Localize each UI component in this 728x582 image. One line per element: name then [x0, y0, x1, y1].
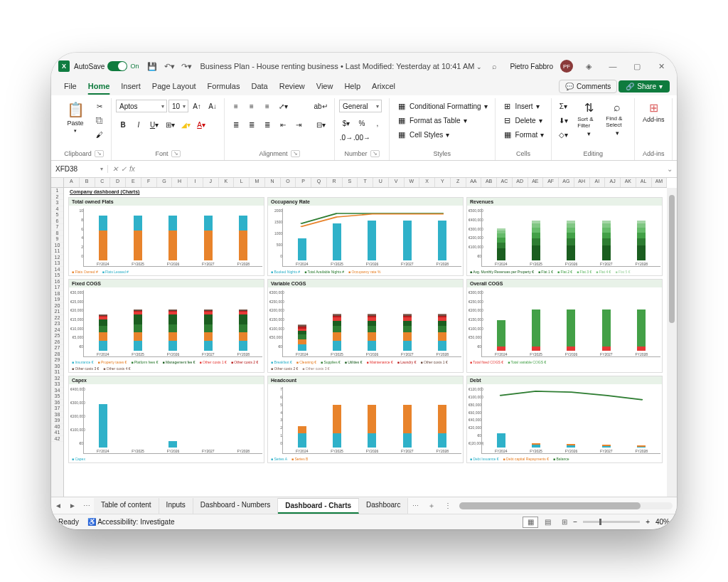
search-icon[interactable]: ⌕ [486, 59, 503, 73]
alignment-launcher[interactable]: ↘ [291, 150, 300, 157]
scrollbar-thumb[interactable] [669, 195, 675, 323]
ribbon-tab-page-layout[interactable]: Page Layout [146, 79, 202, 93]
align-center-icon[interactable]: ≣ [245, 118, 259, 131]
formula-input[interactable] [139, 165, 663, 173]
sheet-tab-dashboard-numbers[interactable]: Dashboard - Numbers [193, 498, 278, 514]
cut-icon[interactable]: ✂ [92, 100, 107, 112]
underline-button[interactable]: U▾ [147, 118, 161, 131]
user-name[interactable]: Pietro Fabbro [510, 63, 553, 70]
chart-fixed-cogs[interactable]: Fixed COGS€30,000€25,000€20,000€15,000€1… [68, 279, 264, 373]
undo-icon[interactable]: ↶▾ [163, 60, 176, 73]
decrease-indent-icon[interactable]: ⇤ [276, 118, 290, 131]
font-launcher[interactable]: ↘ [171, 150, 181, 157]
fill-icon[interactable]: ⬇▾ [556, 114, 570, 127]
align-right-icon[interactable]: ≣ [260, 118, 274, 131]
sort-filter-button[interactable]: ⇅ Sort & Filter▾ [576, 100, 601, 139]
zoom-level[interactable]: 40% [655, 518, 670, 526]
format-as-table-button[interactable]: ▦Format as Table ▾ [394, 114, 491, 127]
name-box[interactable]: XFD38▾ [51, 165, 108, 173]
column-headers[interactable]: ABCDEFGHIJKLMNOPQRSTUVWXYZAAABACADAEAFAG… [64, 178, 667, 188]
zoom-out-icon[interactable]: − [573, 518, 577, 526]
comments-button[interactable]: 💬 Comments [559, 80, 617, 93]
expand-formula-bar-icon[interactable]: ⌄ [663, 165, 677, 173]
align-left-icon[interactable]: ≣ [229, 118, 243, 131]
delete-cells-button[interactable]: ⊟Delete ▾ [500, 114, 547, 127]
comma-icon[interactable]: , [370, 117, 385, 129]
sheet-tab-inputs[interactable]: Inputs [159, 498, 193, 514]
insert-cells-button[interactable]: ⊞Insert ▾ [500, 100, 547, 112]
decrease-decimal-icon[interactable]: .00→ [355, 131, 369, 144]
border-button[interactable]: ⊞▾ [163, 118, 177, 131]
toggle-icon[interactable] [107, 61, 127, 71]
ribbon-tab-insert[interactable]: Insert [115, 79, 146, 93]
wrap-text-icon[interactable]: ab↵ [311, 100, 330, 112]
close-icon[interactable]: ✕ [653, 59, 670, 73]
paste-button[interactable]: 📋 Paste▾ [61, 100, 90, 135]
ribbon-tab-help[interactable]: Help [338, 79, 366, 93]
chart-total-owned-flats[interactable]: Total owned Flats1086420FY2024FY2025FY20… [68, 197, 264, 276]
decrease-font-icon[interactable]: A↓ [205, 100, 220, 112]
sheet-tab-dashboarc[interactable]: Dashboarc [359, 498, 408, 514]
select-all-corner[interactable] [51, 178, 64, 188]
align-bottom-icon[interactable]: ≡ [260, 100, 274, 112]
ribbon-tab-review[interactable]: Review [274, 79, 311, 93]
format-painter-icon[interactable]: 🖌 [92, 128, 107, 141]
font-name-combo[interactable]: Aptos [116, 100, 167, 112]
find-select-button[interactable]: ⌕ Find & Select▾ [604, 100, 630, 138]
font-color-button[interactable]: A▾ [194, 118, 208, 131]
merge-center-icon[interactable]: ⊟▾ [311, 118, 330, 131]
align-middle-icon[interactable]: ≡ [245, 100, 259, 112]
maximize-icon[interactable]: ▢ [628, 59, 646, 73]
redo-icon[interactable]: ↷▾ [180, 60, 193, 73]
tab-nav-prev-icon[interactable]: ◄ [51, 502, 65, 509]
ribbon-tab-view[interactable]: View [311, 79, 339, 93]
h-scrollbar-thumb[interactable] [459, 502, 641, 509]
chart-headcount[interactable]: Headcount76543210FY2024FY2025FY2026FY202… [267, 376, 464, 463]
horizontal-scrollbar[interactable] [459, 502, 673, 509]
enter-formula-icon[interactable]: ✓ [121, 165, 127, 173]
chart-variable-cogs[interactable]: Variable COGS€300,000€250,000€200,000€15… [267, 279, 464, 373]
avatar[interactable]: PF [560, 60, 573, 73]
document-title[interactable]: Business Plan - House renting business •… [200, 62, 482, 70]
align-top-icon[interactable]: ≡ [229, 100, 243, 112]
clear-icon[interactable]: ◇▾ [556, 128, 570, 141]
ribbon-tab-home[interactable]: Home [82, 79, 116, 93]
tab-nav-next-icon[interactable]: ► [65, 502, 80, 509]
row-headers[interactable]: 1234567891011121314151617181920212223242… [51, 188, 64, 497]
page-break-view-icon[interactable]: ⊞ [557, 517, 572, 528]
diamond-icon[interactable]: ◈ [580, 59, 597, 73]
zoom-slider[interactable] [583, 521, 640, 523]
ribbon-tab-arixcel[interactable]: Arixcel [366, 79, 401, 93]
ribbon-tab-data[interactable]: Data [245, 79, 273, 93]
chart-capex[interactable]: Capex€400,000€300,000€200,000€100,000€0F… [68, 376, 264, 463]
orientation-icon[interactable]: ⤢▾ [276, 100, 290, 112]
fx-icon[interactable]: fx [129, 165, 135, 173]
format-cells-button[interactable]: ▦Format ▾ [500, 128, 547, 141]
new-sheet-button[interactable]: ＋ [422, 501, 441, 511]
tab-nav-more-icon[interactable]: ⋯ [80, 502, 94, 509]
number-launcher[interactable]: ↘ [370, 150, 380, 157]
increase-indent-icon[interactable]: ⇥ [291, 118, 306, 131]
fill-color-button[interactable]: ◢▾ [178, 118, 193, 131]
increase-decimal-icon[interactable]: .0→ [339, 131, 353, 144]
tab-split-icon[interactable]: ⋮ [441, 502, 455, 509]
worksheet-area[interactable]: ABCDEFGHIJKLMNOPQRSTUVWXYZAAABACADAEAFAG… [51, 178, 677, 497]
increase-font-icon[interactable]: A↑ [190, 100, 204, 112]
normal-view-icon[interactable]: ▦ [523, 517, 538, 528]
tab-overflow-icon[interactable]: ⋯ [408, 502, 422, 509]
font-size-combo[interactable]: 10 [168, 100, 188, 112]
copy-icon[interactable]: ⿻ [92, 114, 107, 127]
minimize-icon[interactable]: — [604, 59, 621, 73]
zoom-in-icon[interactable]: + [646, 518, 650, 526]
chart-occupancy-rate[interactable]: Occupancy Rate2000150010005000FY2024FY20… [267, 197, 464, 276]
autosave-toggle[interactable]: AutoSave On [74, 61, 139, 71]
number-format-combo[interactable]: General [339, 100, 382, 112]
sheet-tab-dashboard-charts[interactable]: Dashboard - Charts [278, 498, 359, 514]
percent-icon[interactable]: % [355, 117, 369, 129]
cell-styles-button[interactable]: ▦Cell Styles ▾ [394, 128, 491, 141]
page-layout-view-icon[interactable]: ▤ [540, 517, 555, 528]
ribbon-tab-formulas[interactable]: Formulas [202, 79, 246, 93]
sheet-tab-table-of-content[interactable]: Table of content [94, 498, 159, 514]
ribbon-tab-file[interactable]: File [58, 79, 82, 93]
clipboard-launcher[interactable]: ↘ [95, 150, 104, 157]
